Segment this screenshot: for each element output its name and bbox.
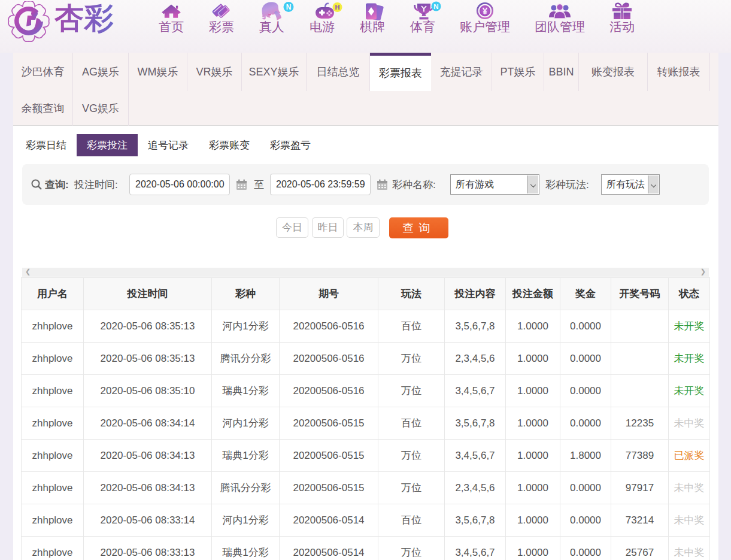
svg-text:H: H <box>335 4 340 11</box>
svg-text:N: N <box>433 3 438 10</box>
svg-text:N: N <box>286 3 292 11</box>
